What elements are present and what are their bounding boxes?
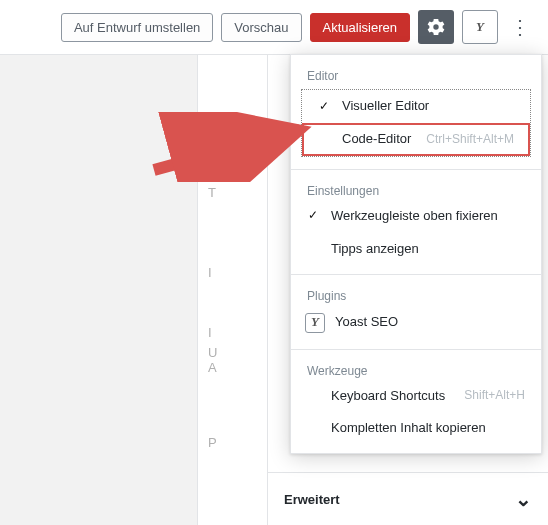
menu-item-shortcut: Ctrl+Shift+Alt+M — [426, 132, 514, 148]
menu-item-label: Keyboard Shortcuts — [331, 388, 454, 405]
menu-heading-settings: Einstellungen — [291, 178, 541, 200]
advanced-panel-label: Erweitert — [284, 492, 340, 507]
preview-button[interactable]: Vorschau — [221, 13, 301, 42]
yoast-button[interactable]: Y — [462, 10, 498, 44]
more-options-menu: Editor ✓ Visueller Editor Code-Editor Ct… — [290, 54, 542, 454]
more-options-button[interactable]: ⋮ — [506, 10, 534, 44]
switch-to-draft-button[interactable]: Auf Entwurf umstellen — [61, 13, 213, 42]
menu-item-label: Visueller Editor — [342, 98, 514, 115]
menu-item-copy-all[interactable]: Kompletten Inhalt kopieren — [291, 412, 541, 445]
menu-item-yoast-seo[interactable]: Y Yoast SEO — [291, 305, 541, 341]
menu-group-plugins: Plugins Y Yoast SEO — [291, 274, 541, 349]
menu-item-label: Yoast SEO — [335, 314, 525, 331]
menu-group-editor: Editor ✓ Visueller Editor Code-Editor Ct… — [291, 55, 541, 169]
ghost-text: A — [208, 360, 217, 375]
menu-heading-editor: Editor — [291, 63, 541, 85]
yoast-icon: Y — [305, 313, 325, 333]
settings-button[interactable] — [418, 10, 454, 44]
editor-content-strip: T I I U A P — [197, 55, 267, 525]
check-icon: ✓ — [305, 208, 321, 224]
gear-icon — [427, 18, 445, 36]
ghost-text: I — [208, 265, 212, 280]
ghost-text: U — [208, 345, 217, 360]
menu-item-fix-toolbar[interactable]: ✓ Werkzeugleiste oben fixieren — [291, 200, 541, 233]
menu-item-label: Kompletten Inhalt kopieren — [331, 420, 525, 437]
chevron-down-icon: ⌄ — [515, 487, 532, 511]
menu-item-keyboard-shortcuts[interactable]: Keyboard Shortcuts Shift+Alt+H — [291, 380, 541, 413]
menu-heading-tools: Werkzeuge — [291, 358, 541, 380]
check-icon: ✓ — [316, 99, 332, 115]
menu-item-show-tips[interactable]: Tipps anzeigen — [291, 233, 541, 266]
menu-item-visual-editor[interactable]: ✓ Visueller Editor — [302, 90, 530, 123]
menu-item-label: Werkzeugleiste oben fixieren — [331, 208, 525, 225]
ghost-text: P — [208, 435, 217, 450]
menu-item-label: Tipps anzeigen — [331, 241, 525, 258]
menu-group-settings: Einstellungen ✓ Werkzeugleiste oben fixi… — [291, 169, 541, 274]
editor-canvas: T I I U A P — [0, 55, 268, 525]
ghost-text: T — [208, 185, 216, 200]
menu-group-tools: Werkzeuge Keyboard Shortcuts Shift+Alt+H… — [291, 349, 541, 454]
menu-item-shortcut: Shift+Alt+H — [464, 388, 525, 404]
menu-heading-plugins: Plugins — [291, 283, 541, 305]
menu-item-code-editor[interactable]: Code-Editor Ctrl+Shift+Alt+M — [302, 123, 530, 156]
advanced-panel-toggle[interactable]: Erweitert ⌄ — [268, 472, 548, 525]
menu-item-label: Code-Editor — [342, 131, 416, 148]
update-button[interactable]: Aktualisieren — [310, 13, 410, 42]
kebab-icon: ⋮ — [510, 17, 530, 37]
yoast-icon: Y — [470, 17, 490, 37]
ghost-text: I — [208, 325, 212, 340]
editor-top-toolbar: Auf Entwurf umstellen Vorschau Aktualisi… — [0, 0, 548, 55]
